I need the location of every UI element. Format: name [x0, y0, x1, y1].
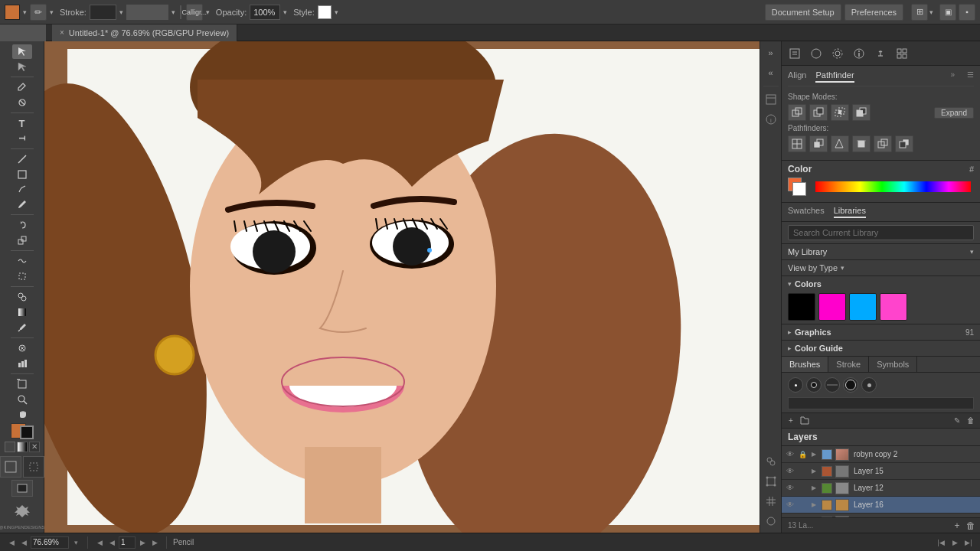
- fill-stroke-indicator[interactable]: [11, 423, 34, 439]
- style-swatch[interactable]: [318, 5, 332, 19]
- document-tab[interactable]: × Untitled-1* @ 76.69% (RGB/GPU Preview): [52, 24, 237, 41]
- presentation-mode-btn[interactable]: [11, 480, 33, 497]
- direct-select-tool[interactable]: [12, 60, 32, 74]
- type-tool[interactable]: T: [12, 116, 32, 131]
- layer-expand-icon[interactable]: ▶: [809, 450, 818, 459]
- workspace-icon[interactable]: ⊞: [911, 4, 928, 21]
- page-next-btn[interactable]: ▶: [137, 537, 148, 548]
- brush-sample-large[interactable]: [843, 377, 858, 393]
- info-icon[interactable]: i: [763, 111, 779, 128]
- library-dropdown[interactable]: My Library ▾: [782, 244, 980, 260]
- graphics-collapse-arrow[interactable]: ▸: [788, 328, 792, 336]
- rotate-tool[interactable]: [12, 218, 32, 233]
- color-swatch-pair[interactable]: [788, 178, 806, 196]
- layer-lock-icon[interactable]: 🔒: [797, 449, 808, 460]
- trim-btn[interactable]: [809, 135, 828, 152]
- color-mode-btn[interactable]: [5, 442, 15, 452]
- opacity-arrow[interactable]: ▾: [283, 8, 287, 16]
- layer-eye-icon[interactable]: 👁: [785, 466, 795, 477]
- color-swatch-black[interactable]: [788, 293, 815, 321]
- colors-collapse-arrow[interactable]: ▾: [788, 280, 792, 288]
- tab-symbols[interactable]: Symbols: [869, 357, 917, 372]
- gradient-tool[interactable]: [12, 305, 32, 320]
- tab-align[interactable]: Align: [788, 70, 806, 83]
- link-icon[interactable]: [763, 453, 779, 470]
- symbol-sprayer-tool[interactable]: [12, 341, 32, 356]
- minus-back-btn[interactable]: [895, 135, 913, 152]
- color-spectrum-bar[interactable]: [815, 181, 971, 192]
- intersect-btn[interactable]: [831, 104, 849, 121]
- paintbrush-tool[interactable]: [12, 197, 32, 212]
- brush-preset-arrow[interactable]: ▾: [206, 8, 210, 16]
- zoom-prev-btn[interactable]: ◀: [6, 537, 17, 548]
- outline-btn[interactable]: [874, 135, 892, 152]
- brush-delete-btn[interactable]: 🗑: [965, 415, 977, 427]
- minus-front-btn[interactable]: [809, 104, 828, 121]
- page-next2-btn[interactable]: ▶: [149, 537, 160, 548]
- panel-icon-info[interactable]: [849, 44, 869, 64]
- color-swatch-cyan[interactable]: [849, 293, 877, 321]
- playback-next-btn[interactable]: ▶|: [963, 537, 974, 548]
- tab-close-icon[interactable]: ×: [60, 28, 64, 37]
- canvas-area[interactable]: [44, 41, 781, 533]
- side-expand-btn[interactable]: »: [763, 44, 779, 61]
- brush-sample-dash[interactable]: [825, 377, 840, 393]
- layer-row[interactable]: 👁 🔒 ▶ robyn copy 2: [782, 446, 980, 463]
- fill-color-swatch[interactable]: [5, 5, 20, 20]
- warp-tool[interactable]: [12, 254, 32, 269]
- zoom-dropdown-arrow[interactable]: ▾: [70, 537, 81, 548]
- stroke-value-arrow[interactable]: ▾: [172, 8, 175, 16]
- delete-layer-btn[interactable]: 🗑: [965, 520, 977, 532]
- panel-icon-2[interactable]: [806, 44, 826, 64]
- layer-eye-icon[interactable]: 👁: [785, 500, 795, 510]
- draw-normal-mode[interactable]: [0, 456, 21, 478]
- panel-layout-icon[interactable]: ▣: [939, 4, 956, 21]
- layer-expand-icon[interactable]: ▶: [809, 467, 818, 476]
- draw-behind-mode[interactable]: [23, 456, 44, 478]
- unite-btn[interactable]: [788, 104, 806, 121]
- pencil-tool[interactable]: [12, 182, 32, 197]
- color-swatch-magenta[interactable]: [818, 293, 846, 321]
- panel-expand-arrows[interactable]: »: [950, 70, 955, 83]
- playback-play-btn[interactable]: ▶: [949, 537, 960, 548]
- brush-sample-dot[interactable]: [861, 377, 877, 393]
- crop-btn[interactable]: [852, 135, 871, 152]
- tab-pathfinder[interactable]: Pathfinder: [815, 70, 854, 83]
- stroke-input[interactable]: [90, 5, 116, 20]
- shape-builder-tool[interactable]: [12, 290, 32, 305]
- background-swatch[interactable]: [792, 182, 806, 196]
- pen-tool[interactable]: [12, 80, 32, 95]
- panel-icon-grid[interactable]: [892, 44, 912, 64]
- layer-row[interactable]: 👁 ▶ Layer 16: [782, 497, 980, 514]
- stroke-value-input[interactable]: [126, 5, 168, 20]
- anchor-tool[interactable]: [12, 96, 32, 110]
- panel-menu-icon[interactable]: ☰: [967, 70, 974, 83]
- panel-icon-link[interactable]: [871, 44, 890, 64]
- brush-dropdown-arrow[interactable]: ▾: [50, 8, 54, 16]
- layer-expand-icon[interactable]: ▶: [809, 484, 818, 493]
- view-by-type-arrow[interactable]: ▾: [841, 264, 844, 272]
- brush-folder-btn[interactable]: [799, 415, 811, 427]
- tab-libraries[interactable]: Libraries: [834, 206, 866, 218]
- workspace-arrow[interactable]: ▾: [929, 8, 933, 16]
- scale-tool[interactable]: [12, 233, 32, 248]
- select-tool[interactable]: [12, 44, 32, 59]
- library-search-input[interactable]: [788, 225, 974, 240]
- tab-swatches[interactable]: Swatches: [788, 206, 825, 218]
- column-graph-tool[interactable]: [12, 356, 32, 370]
- expand-button[interactable]: Expand: [934, 107, 974, 119]
- arrange-icon[interactable]: [763, 91, 779, 108]
- brush-preset-dropdown[interactable]: Calligr...: [186, 4, 203, 21]
- layer-eye-icon[interactable]: 👁: [785, 483, 795, 494]
- page-prev2-btn[interactable]: ◀: [106, 537, 117, 548]
- toggle-ui-icon[interactable]: ▪: [959, 4, 975, 21]
- circle-tool-icon[interactable]: [763, 513, 779, 530]
- fill-dropdown-arrow[interactable]: ▾: [23, 8, 27, 16]
- color-guide-arrow[interactable]: ▸: [788, 344, 792, 352]
- layer-eye-icon[interactable]: 👁: [785, 449, 795, 460]
- brush-new-btn[interactable]: +: [785, 415, 797, 427]
- preferences-button[interactable]: Preferences: [844, 4, 903, 21]
- grid-icon[interactable]: [763, 493, 779, 510]
- layer-expand-icon[interactable]: ▶: [809, 500, 818, 510]
- library-dropdown-arrow[interactable]: ▾: [970, 248, 974, 256]
